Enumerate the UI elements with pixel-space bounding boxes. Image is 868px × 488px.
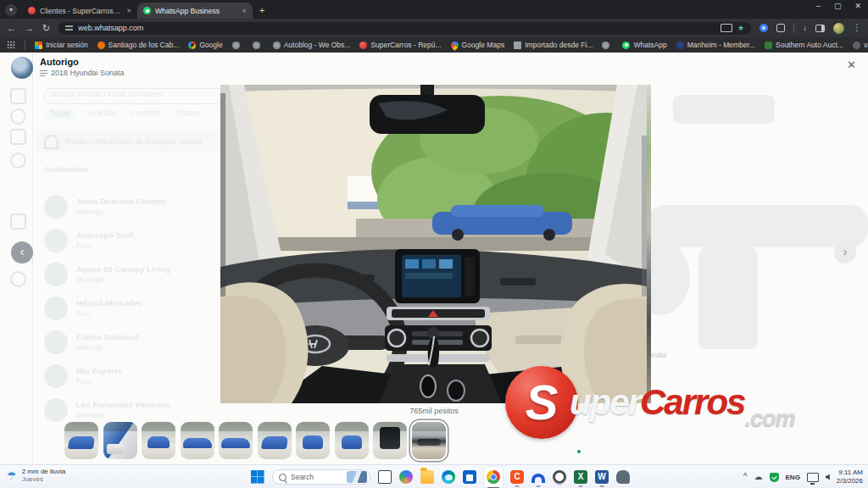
pgadmin-elephant-icon[interactable]	[616, 470, 630, 484]
reload-button[interactable]: ↻	[42, 24, 50, 33]
bookmark-favicon-icon	[253, 42, 260, 49]
chat-avatar	[44, 297, 68, 320]
media-thumbnail[interactable]	[335, 422, 369, 459]
media-thumbnail[interactable]	[373, 422, 407, 459]
chat-avatar	[44, 364, 68, 388]
media-thumbnail[interactable]	[64, 422, 98, 459]
bookmark-item[interactable]	[253, 42, 264, 49]
close-viewer-button[interactable]: ✕	[847, 59, 856, 70]
file-explorer-icon[interactable]	[420, 470, 434, 484]
media-thumbnail-selected[interactable]	[412, 422, 446, 459]
caption-lines-icon	[40, 69, 47, 76]
media-thumbnail[interactable]	[103, 422, 137, 459]
new-tab-button[interactable]: +	[259, 5, 264, 15]
bookmark-star-icon[interactable]: ★	[737, 25, 744, 32]
word-icon[interactable]: W	[595, 470, 609, 484]
previous-image-button[interactable]: ‹	[11, 241, 33, 263]
bookmark-item[interactable]: Southern Auto Auct...	[765, 41, 843, 49]
network-icon[interactable]	[807, 473, 819, 482]
extensions-puzzle-icon[interactable]	[776, 24, 785, 32]
channels-icon	[10, 129, 26, 145]
bookmark-item[interactable]: WhatsApp	[622, 41, 666, 49]
copilot-icon[interactable]	[399, 470, 413, 484]
media-thumbnail[interactable]	[296, 422, 330, 459]
taskbar-search[interactable]: Search	[272, 469, 370, 485]
back-button[interactable]: ←	[7, 24, 16, 33]
chatgpt-icon[interactable]	[553, 470, 566, 484]
umbrella-icon: ☂	[7, 470, 17, 481]
bookmark-favicon-icon	[359, 42, 367, 49]
tray-expand-icon[interactable]: ^	[743, 473, 748, 481]
excel-icon[interactable]: X	[574, 470, 587, 484]
viewer-header: Autorigo 2018 Hyundai Sonata ✕	[0, 53, 868, 83]
site-info-icon[interactable]	[65, 25, 73, 31]
profile-avatar[interactable]	[833, 23, 844, 34]
apps-grid-icon[interactable]	[7, 41, 15, 49]
chat-preview: Mensaje	[76, 275, 103, 284]
bookmark-item[interactable]	[232, 42, 243, 49]
bookmark-item[interactable]: Google Maps	[451, 41, 505, 49]
downloads-icon[interactable]: ↓	[803, 24, 807, 32]
volume-icon[interactable]	[826, 474, 830, 480]
bookmark-item[interactable]: Importado desde Fi...	[514, 41, 593, 49]
side-panel-icon[interactable]	[815, 25, 825, 32]
car-interior-illustration	[220, 85, 647, 403]
bookmark-item[interactable]: Santiago de los Cab...	[97, 41, 180, 49]
extension-badge-icon[interactable]	[760, 24, 768, 32]
tab-close-icon[interactable]: ✕	[242, 8, 247, 14]
bookmarks-divider	[25, 40, 25, 50]
edge-icon[interactable]	[442, 470, 455, 484]
media-thumbnail[interactable]	[258, 422, 292, 459]
chat-avatar	[44, 195, 68, 219]
tab-whatsapp-business[interactable]: WhatsApp Business ✕	[137, 3, 253, 19]
clock[interactable]: 9:11 AM 2/3/2026	[837, 469, 863, 486]
chat-name: Autoexpo Staff	[76, 230, 134, 240]
tab-close-icon[interactable]: ✕	[126, 8, 131, 14]
bookmark-item[interactable]: SuperCarros - Repú...	[359, 41, 441, 49]
close-window-button[interactable]: ✕	[854, 2, 861, 10]
sender-avatar[interactable]	[11, 57, 33, 79]
chat-name: Carlos Santana2	[76, 332, 139, 341]
tab-supercarros[interactable]: Clientes - SuperCarros.com ✕	[22, 3, 137, 19]
bookmark-item[interactable]: Iniciar sesión	[35, 41, 88, 49]
bookmark-item[interactable]	[602, 42, 613, 49]
filter-all: Todos	[44, 108, 75, 119]
antivirus-shield-icon[interactable]	[770, 473, 779, 482]
car-interior-photo[interactable]	[220, 85, 647, 403]
media-thumbnail[interactable]	[181, 422, 214, 459]
bookmark-item[interactable]: vafirma fortress	[853, 41, 868, 49]
task-view-icon[interactable]	[378, 470, 392, 484]
weather-text: 2 mm de lluvia	[22, 468, 66, 475]
menu-kebab-icon[interactable]: ⋮	[853, 24, 861, 32]
address-bar[interactable]: web.whatsapp.com ★	[58, 22, 751, 35]
settings-gear-icon	[10, 214, 26, 230]
next-image-button[interactable]: ›	[834, 241, 856, 263]
start-button[interactable]	[251, 470, 264, 484]
weather-widget[interactable]: ☂ 2 mm de lluvia Jueves	[7, 468, 65, 483]
microsoft-store-icon[interactable]	[463, 470, 476, 484]
media-thumbnail[interactable]	[142, 422, 175, 459]
maximize-button[interactable]: ▢	[834, 2, 842, 10]
send-to-devices-icon[interactable]	[721, 24, 732, 32]
bookmark-item[interactable]: Google	[188, 41, 222, 49]
chat-avatar	[44, 263, 68, 286]
media-thumbnail[interactable]	[219, 422, 253, 459]
toolbar-divider	[793, 23, 794, 33]
bookmark-item[interactable]: Autoblog - We Obs...	[273, 41, 351, 49]
supercarros-favicon-icon	[28, 7, 36, 14]
onedrive-cloud-icon[interactable]: ☁	[754, 473, 763, 481]
tab-search-icon[interactable]: ▾	[5, 4, 17, 16]
bookmark-favicon-icon	[622, 42, 630, 49]
forward-button[interactable]: →	[25, 24, 34, 33]
chat-name: Junta Directiva Canopy	[76, 197, 166, 206]
blue-arch-app-icon[interactable]	[531, 470, 545, 484]
bookmark-label: Southern Auto Auct...	[776, 41, 843, 49]
orange-app-icon[interactable]: C	[510, 470, 524, 484]
bookmark-item[interactable]: Manheim - Member...	[676, 41, 755, 49]
chrome-active-app[interactable]	[484, 467, 503, 487]
watermark-com: .com	[744, 406, 794, 432]
language-indicator[interactable]: ENG	[786, 474, 800, 481]
communities-icon	[10, 152, 26, 169]
search-label: Search	[291, 473, 342, 481]
minimize-button[interactable]: –	[816, 2, 821, 10]
